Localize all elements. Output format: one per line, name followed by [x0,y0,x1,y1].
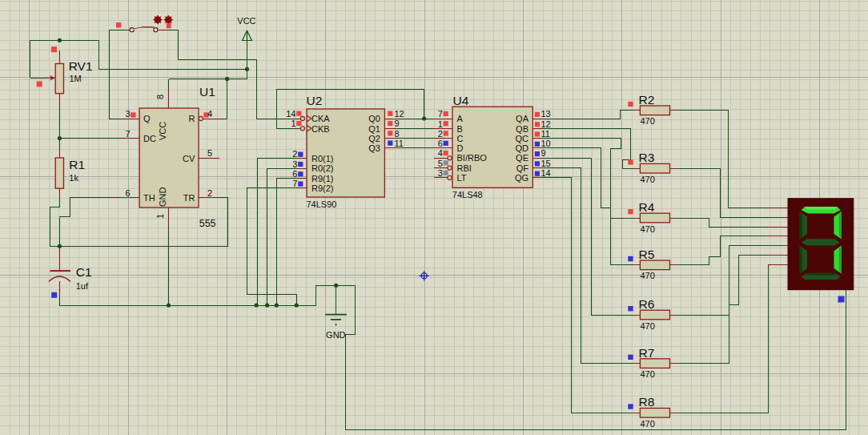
svg-text:11: 11 [541,129,550,139]
svg-text:B: B [457,124,463,134]
svg-text:Q2: Q2 [368,134,380,143]
svg-text:Q: Q [143,114,151,123]
svg-text:9: 9 [395,119,400,128]
svg-text:8: 8 [155,95,165,99]
svg-text:7: 7 [125,129,130,139]
svg-text:470: 470 [640,116,654,126]
svg-text:470: 470 [640,321,654,331]
svg-text:R8: R8 [639,395,655,409]
svg-text:QA: QA [516,114,529,123]
svg-text:U2: U2 [307,94,323,107]
svg-text:3: 3 [438,168,443,178]
svg-text:R2: R2 [639,93,655,107]
svg-text:Q0: Q0 [368,114,380,123]
svg-text:RV1: RV1 [69,59,93,73]
svg-text:1M: 1M [69,74,81,83]
svg-text:3: 3 [292,159,297,169]
svg-text:TR: TR [183,193,195,203]
svg-text:VCC: VCC [158,122,167,140]
svg-text:R6: R6 [639,297,655,311]
svg-text:470: 470 [640,369,654,379]
svg-text:R9(2): R9(2) [311,183,334,193]
svg-text:7: 7 [292,179,297,188]
svg-text:555: 555 [199,218,216,229]
svg-text:13: 13 [541,109,551,119]
svg-text:LT: LT [457,173,467,183]
svg-text:VCC: VCC [237,16,255,26]
svg-text:QB: QB [516,124,528,134]
svg-text:D: D [457,143,464,153]
svg-text:8: 8 [395,129,400,139]
svg-text:TH: TH [143,193,155,203]
svg-text:3: 3 [125,109,130,119]
svg-text:12: 12 [541,119,551,129]
svg-text:R0(1): R0(1) [311,154,334,163]
svg-text:R7: R7 [639,346,655,360]
svg-text:9: 9 [541,148,546,158]
svg-text:CKA: CKA [311,114,330,123]
svg-text:5: 5 [438,159,443,168]
svg-text:Q3: Q3 [368,143,380,153]
svg-text:R5: R5 [639,248,655,261]
svg-text:6: 6 [292,169,297,179]
svg-text:6: 6 [125,188,130,198]
svg-text:U4: U4 [453,94,469,107]
svg-text:QD: QD [516,143,529,153]
svg-text:1: 1 [155,214,165,219]
svg-text:2: 2 [292,149,297,159]
svg-text:R1: R1 [69,158,85,171]
svg-text:14: 14 [286,109,295,119]
svg-text:10: 10 [541,139,551,148]
svg-text:BI/RBO: BI/RBO [457,153,488,163]
svg-text:74LS48: 74LS48 [452,190,483,199]
svg-text:R9(1): R9(1) [311,174,334,183]
svg-text:12: 12 [395,109,404,119]
svg-text:1k: 1k [69,173,78,183]
svg-text:R0(2): R0(2) [311,163,334,173]
svg-text:C: C [457,134,464,143]
svg-text:QF: QF [516,163,529,173]
svg-text:1uf: 1uf [76,281,89,291]
svg-text:2: 2 [207,188,212,198]
svg-text:A: A [457,114,464,123]
svg-text:C1: C1 [76,265,92,279]
svg-text:11: 11 [395,139,404,148]
svg-text:14: 14 [541,168,551,178]
svg-text:QG: QG [515,173,528,183]
svg-text:4: 4 [438,148,443,158]
svg-text:QC: QC [516,134,529,143]
svg-text:R3: R3 [639,151,655,164]
svg-text:GND: GND [158,187,167,207]
svg-text:74LS90: 74LS90 [307,199,337,209]
svg-text:2: 2 [438,129,443,139]
svg-text:470: 470 [640,271,654,280]
svg-text:U1: U1 [199,85,215,99]
svg-text:RBI: RBI [457,163,472,173]
svg-text:Q1: Q1 [368,124,380,134]
svg-text:470: 470 [640,224,654,234]
svg-text:5: 5 [207,148,212,158]
svg-text:R: R [188,114,195,123]
svg-text:470: 470 [640,419,654,429]
svg-text:CV: CV [183,154,195,163]
svg-text:470: 470 [640,175,654,184]
svg-text:R4: R4 [639,200,655,214]
svg-text:15: 15 [541,159,551,168]
svg-text:4: 4 [207,109,212,119]
svg-text:1: 1 [438,119,443,129]
svg-text:CKB: CKB [311,124,330,134]
svg-text:7: 7 [438,109,443,119]
svg-text:6: 6 [438,139,443,148]
svg-text:GND: GND [326,330,346,340]
svg-text:DC: DC [143,134,156,143]
svg-text:1: 1 [291,119,295,128]
svg-text:QE: QE [516,153,528,163]
